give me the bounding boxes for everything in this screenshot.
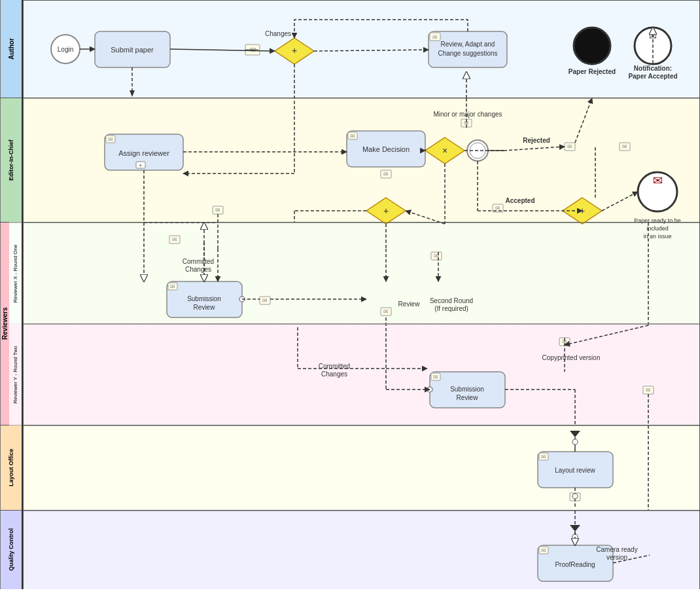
editor-lane [23, 98, 700, 223]
author-category-label: Author [0, 0, 22, 98]
reviewer-y-lane [23, 324, 700, 425]
editor-category-label: Editor-In-Chief [0, 98, 22, 222]
quality-label-cell: Quality Control [0, 511, 22, 589]
reviewer-y-sublabel: Reviewer Y - Round Two [9, 324, 22, 425]
reviewer-x-lane [23, 223, 700, 324]
lanes-container: Author Editor-In-Chief Reviewers Reviewe… [0, 0, 700, 589]
author-label-cell: Author [0, 0, 22, 98]
layout-lane [23, 425, 700, 511]
author-lane [23, 0, 700, 98]
diagram-wrapper: Author Editor-In-Chief Reviewers Reviewe… [0, 0, 700, 589]
reviewers-category-label: Reviewers [0, 223, 9, 425]
left-labels: Author Editor-In-Chief Reviewers Reviewe… [0, 0, 23, 589]
quality-lane [23, 511, 700, 589]
layout-category-label: Layout Office [0, 425, 22, 510]
main-diagram-area: Login Submit paper + ✉ Review, Adapt and… [23, 0, 700, 589]
reviewer-x-sublabel: Reviewer X - Round One [9, 223, 22, 324]
quality-category-label: Quality Control [0, 511, 22, 589]
editor-label-cell: Editor-In-Chief [0, 98, 22, 223]
reviewers-label-cell: Reviewers Reviewer X - Round One Reviewe… [0, 223, 22, 425]
layout-label-cell: Layout Office [0, 425, 22, 511]
